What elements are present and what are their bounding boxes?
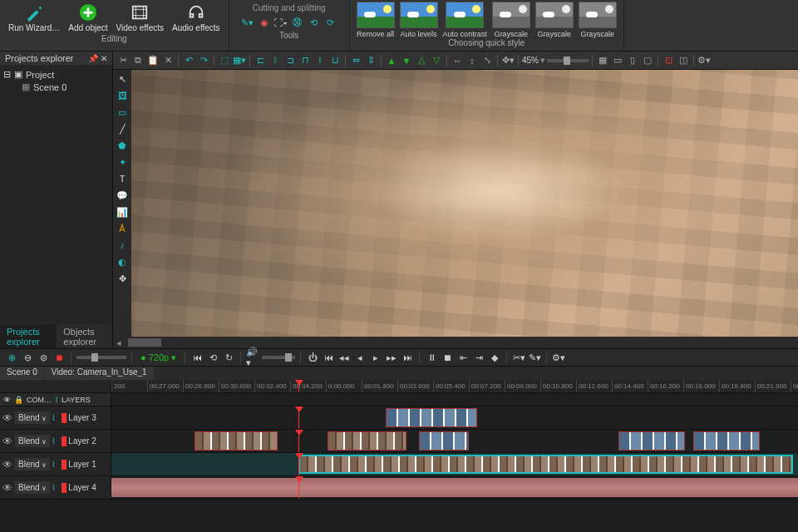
lock-icon[interactable]: 🔒 xyxy=(14,396,23,404)
align-left-icon[interactable]: ⊏ xyxy=(254,54,267,67)
line-tool-icon[interactable]: ╱ xyxy=(115,121,130,136)
send-back-icon[interactable]: ▼ xyxy=(400,54,413,67)
paste-icon[interactable]: 📋 xyxy=(146,54,160,67)
tree-scene[interactable]: ▦ Scene 0 xyxy=(3,81,109,93)
track-layer-3[interactable]: 👁Blend ∨⌇Layer 3 xyxy=(0,406,798,430)
height-icon[interactable]: ↕ xyxy=(466,54,479,67)
loop-icon[interactable]: ⟲ xyxy=(206,351,219,364)
replay-icon[interactable]: ↻ xyxy=(222,351,235,364)
audio-waveform[interactable] xyxy=(111,478,798,497)
timeline-ruler[interactable]: 20000:27.00000:28.80000:30.60000:32.4000… xyxy=(0,380,798,393)
align-bottom-icon[interactable]: ⊔ xyxy=(328,54,342,67)
pin-icon[interactable]: 📌 ✕ xyxy=(88,54,107,63)
goto-start-icon[interactable]: ⏮ xyxy=(190,351,204,364)
quick-style-grayscale[interactable]: Grayscale xyxy=(577,2,618,38)
step-back-icon[interactable]: ◂ xyxy=(353,351,367,364)
quick-style-grayscale[interactable]: Grayscale xyxy=(490,2,532,38)
zoom-value[interactable]: 45% xyxy=(522,56,539,65)
forward-icon[interactable]: △ xyxy=(415,54,428,67)
delete-icon[interactable]: ✕ xyxy=(161,54,175,67)
playhead[interactable] xyxy=(298,380,299,392)
rotate-50-icon[interactable]: ㊿ xyxy=(291,16,304,29)
timeline-clip[interactable] xyxy=(618,431,685,451)
cut-icon[interactable]: ✂ xyxy=(116,54,130,67)
volume-icon[interactable]: 🔊▾ xyxy=(246,351,259,364)
visibility-toggle[interactable]: 👁 xyxy=(2,482,13,494)
brush-icon[interactable]: ✎▾ xyxy=(241,16,254,29)
timeline-clip[interactable] xyxy=(693,431,760,451)
visibility-toggle[interactable]: 👁 xyxy=(2,436,13,447)
tl-gear-icon[interactable]: ⚙▾ xyxy=(552,351,565,364)
sprite-tool-icon[interactable]: ▭ xyxy=(115,105,130,120)
align-top-icon[interactable]: ⊓ xyxy=(298,54,312,67)
copy-icon[interactable]: ⧉ xyxy=(131,54,145,67)
blend-mode-select[interactable]: Blend ∨ xyxy=(15,411,50,424)
layout2-icon[interactable]: ▯ xyxy=(626,54,639,67)
step-fwd-icon[interactable]: ▸▸ xyxy=(385,351,398,364)
move-tool-icon[interactable]: ✥ xyxy=(115,271,130,286)
text-tool-icon[interactable]: T xyxy=(115,171,130,186)
add-layer-icon[interactable]: ⊕ xyxy=(5,351,18,364)
rotate-90-icon[interactable]: ⟲ xyxy=(308,16,321,29)
rotate-cw-icon[interactable]: ⟳ xyxy=(324,16,337,29)
group-icon[interactable]: ▦▾ xyxy=(233,54,246,67)
width-icon[interactable]: ↔ xyxy=(451,54,464,67)
marker-icon[interactable]: ◆ xyxy=(488,351,501,364)
track-layer-1[interactable]: 👁Blend ∨⌇Layer 1 xyxy=(0,453,798,476)
preview-canvas[interactable] xyxy=(131,70,798,337)
run-wizard-button[interactable]: Run Wizard… xyxy=(5,2,63,34)
gear-icon[interactable]: ⚙▾ xyxy=(697,54,711,67)
quick-style-auto-levels[interactable]: Auto levels xyxy=(398,2,440,38)
horizontal-scrollbar[interactable]: ◂ xyxy=(113,337,798,348)
audio-effects-button[interactable]: Audio effects xyxy=(169,2,224,34)
prev-frame-icon[interactable]: ◂◂ xyxy=(337,351,351,364)
timeline-zoom-slider[interactable] xyxy=(76,356,126,359)
crop-icon[interactable]: ⛶▾ xyxy=(274,16,288,29)
snap-icon[interactable]: ✥▾ xyxy=(501,54,515,67)
cut-tl-icon[interactable]: ✂▾ xyxy=(512,351,525,364)
timeline-clip[interactable] xyxy=(298,455,793,474)
skip-end-icon[interactable]: ⏭ xyxy=(401,351,414,364)
video-effects-button[interactable]: Video effects xyxy=(113,2,167,34)
remove-layer-icon[interactable]: ⊖ xyxy=(21,351,34,364)
record-icon[interactable]: ⏺ xyxy=(52,351,66,364)
grid-icon[interactable]: ▦ xyxy=(596,54,609,67)
blend-mode-select[interactable]: Blend ∨ xyxy=(15,435,50,447)
puzzle-tool-icon[interactable]: ✦ xyxy=(115,155,130,170)
track-layer-4[interactable]: 👁Blend ∨⌇Layer 4 xyxy=(0,476,798,500)
dist-h-icon[interactable]: ⇔ xyxy=(349,54,362,67)
skip-start-icon[interactable]: ⏮ xyxy=(322,351,335,364)
timeline-clip[interactable] xyxy=(328,431,406,451)
layout1-icon[interactable]: ▭ xyxy=(611,54,624,67)
play-icon[interactable]: ▸ xyxy=(369,351,382,364)
target-icon[interactable]: ◉ xyxy=(258,16,271,29)
size-icon[interactable]: ⤡ xyxy=(480,54,494,67)
edit-tl-icon[interactable]: ✎▾ xyxy=(528,351,541,364)
timeline-clip[interactable] xyxy=(386,408,477,427)
shape-tool-icon[interactable]: ⬟ xyxy=(115,138,130,153)
pause-icon[interactable]: ⏸ xyxy=(425,351,438,364)
eye-icon[interactable]: 👁 xyxy=(3,396,11,404)
marker-out-icon[interactable]: ⇥ xyxy=(472,351,485,364)
backward-icon[interactable]: ▽ xyxy=(430,54,443,67)
add-object-button[interactable]: Add object xyxy=(65,2,111,34)
tree-project[interactable]: ⊟ ▣ Project xyxy=(3,68,109,81)
track-layer-2[interactable]: 👁Blend ∨⌇Layer 2 xyxy=(0,430,798,453)
chart-tool-icon[interactable]: 📊 xyxy=(115,204,130,219)
tooltip-tool-icon[interactable]: 💬 xyxy=(115,188,130,203)
blend-mode-select[interactable]: Blend ∨ xyxy=(15,481,50,494)
align-right-icon[interactable]: ⊐ xyxy=(283,54,297,67)
undo-icon[interactable]: ↶ xyxy=(182,54,195,67)
align-center-h-icon[interactable]: ⫱ xyxy=(268,54,282,67)
visibility-toggle[interactable]: 👁 xyxy=(2,412,13,424)
layout3-icon[interactable]: ▢ xyxy=(641,54,654,67)
power-icon[interactable]: ⏻ xyxy=(306,351,319,364)
tab-projects-explorer[interactable]: Projects explorer xyxy=(0,325,57,348)
resolution-label[interactable]: ● 720p ▾ xyxy=(137,352,180,363)
timeline-tab-scene[interactable]: Scene 0 xyxy=(0,367,44,380)
pointer-icon[interactable]: ↖ xyxy=(115,71,130,86)
quick-style-auto-contrast[interactable]: Auto contrast xyxy=(441,2,489,38)
timeline-clip[interactable] xyxy=(419,431,469,451)
zoom-slider[interactable] xyxy=(547,59,589,62)
timeline-clip[interactable] xyxy=(195,431,278,451)
